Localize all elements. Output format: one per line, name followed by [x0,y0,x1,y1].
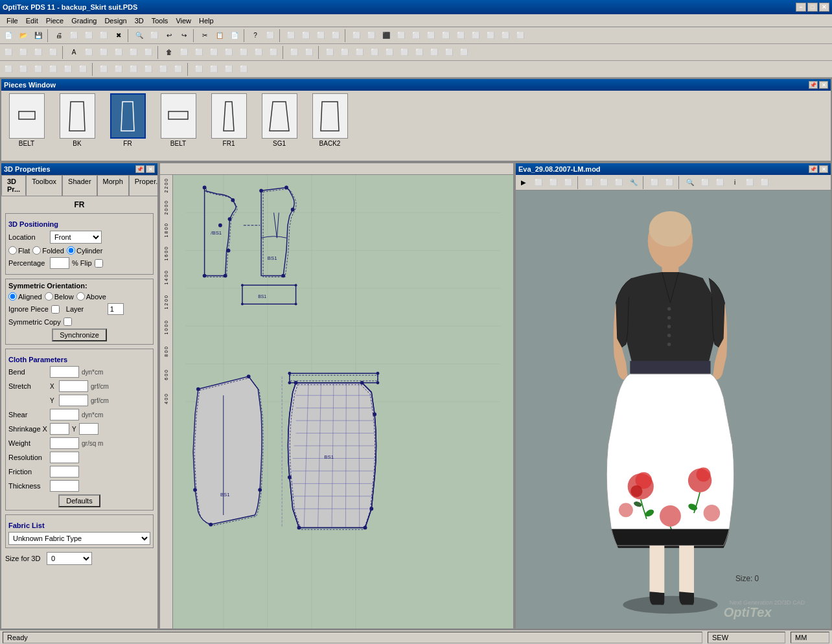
location-select[interactable]: Front Back Left Right [50,231,102,244]
m-t9[interactable]: ⬜ [647,176,662,190]
t2-30[interactable]: ⬜ [457,45,471,60]
aligned-radio[interactable] [8,292,17,301]
tool26[interactable]: ⬜ [454,29,468,43]
t2-14[interactable]: ⬜ [207,45,221,60]
print2-btn[interactable]: ⬜ [67,29,81,43]
tab-shader[interactable]: Shader [62,175,97,196]
piece-thumb-belt1[interactable] [9,93,45,139]
bend-input[interactable]: 500 [50,366,79,378]
model-close-btn[interactable]: ✕ [819,165,828,173]
t2-26[interactable]: ⬜ [397,45,411,60]
m-t5[interactable]: ⬜ [582,176,596,190]
weight-input[interactable]: 180 [50,437,79,449]
t2-15[interactable]: ⬜ [222,45,236,60]
print-btn[interactable]: 🖨 [52,29,66,43]
piece-item-fr1[interactable]: FR1 [206,93,251,158]
tool27[interactable]: ⬜ [468,29,483,43]
piece-thumb-back2[interactable] [312,93,348,139]
tool16[interactable]: ⬜ [299,29,313,43]
stretch-x-input[interactable]: 1000 [59,380,88,392]
t2-28[interactable]: ⬜ [427,45,441,60]
tool24[interactable]: ⬜ [424,29,438,43]
m-t14[interactable]: i [728,176,742,190]
t3-13[interactable]: ⬜ [192,62,206,76]
t3-1[interactable]: ⬜ [1,62,16,76]
flat-radio-label[interactable]: Flat [8,246,30,255]
t2-5[interactable]: A [67,45,81,60]
piece-item-fr[interactable]: FR [105,93,150,158]
shear-input[interactable]: 300 [50,409,79,420]
t3-14[interactable]: ⬜ [207,62,221,76]
t3-12[interactable]: ⬜ [171,62,185,76]
tool21[interactable]: ⬛ [379,29,393,43]
m-t12[interactable]: ⬜ [698,176,712,190]
t3-15[interactable]: ⬜ [222,62,236,76]
m-t6[interactable]: ⬜ [597,176,611,190]
model-pin-btn[interactable]: 📌 [809,165,818,173]
t2-19[interactable]: ⬜ [287,45,301,60]
menu-edit[interactable]: Edit [22,16,42,26]
tool14[interactable]: ⬜ [263,29,277,43]
below-radio-label[interactable]: Below [45,292,74,301]
t2-7[interactable]: ⬜ [97,45,111,60]
tool5[interactable]: ✖ [111,29,126,43]
m-t16[interactable]: ⬜ [757,176,772,190]
t3-6[interactable]: ⬜ [76,62,90,76]
menu-piece[interactable]: Piece [42,16,68,26]
t2-12[interactable]: ⬜ [177,45,191,60]
t3-10[interactable]: ⬜ [141,62,156,76]
t3-5[interactable]: ⬜ [61,62,75,76]
t2-27[interactable]: ⬜ [412,45,426,60]
piece-thumb-bk[interactable] [60,93,95,139]
tool29[interactable]: ⬜ [498,29,513,43]
tool22[interactable]: ⬜ [394,29,408,43]
piece-item-back2[interactable]: BACK2 [307,93,352,158]
aligned-radio-label[interactable]: Aligned [8,292,42,301]
shrinkage-x-input[interactable]: 0 [50,423,69,435]
piece-item-belt1[interactable]: BELT [4,93,49,158]
above-radio[interactable] [76,292,85,301]
new-btn[interactable]: 📄 [1,29,16,43]
properties-pin-btn[interactable]: 📌 [135,165,144,173]
tool8[interactable]: ↩ [162,29,176,43]
m-t7[interactable]: ⬜ [612,176,626,190]
tool25[interactable]: ⬜ [439,29,453,43]
menu-grading[interactable]: Grading [67,16,100,26]
t2-18[interactable]: ⬜ [266,45,281,60]
t2-1[interactable]: ⬜ [1,45,16,60]
tool4[interactable]: ⬜ [97,29,111,43]
t3-2[interactable]: ⬜ [16,62,30,76]
menu-view[interactable]: View [172,16,195,26]
t2-4[interactable]: ⬜ [46,45,60,60]
tool3[interactable]: ⬜ [82,29,96,43]
t2-2[interactable]: ⬜ [16,45,30,60]
tool15[interactable]: ⬜ [284,29,298,43]
flip-checkbox[interactable] [95,259,103,268]
m-t11[interactable]: 🔍 [683,176,697,190]
synchronize-button[interactable]: Synchronize [52,328,107,341]
piece-item-belt2[interactable]: BELT [156,93,201,158]
cylinder-radio-label[interactable]: Cylinder [67,246,102,255]
t3-7[interactable]: ⬜ [97,62,111,76]
piece-thumb-sg1[interactable] [262,93,297,139]
m-t8[interactable]: 🔧 [627,176,641,190]
defaults-button[interactable]: Defaults [58,494,100,507]
t3-4[interactable]: ⬜ [46,62,60,76]
thickness-input[interactable]: 0.05 [50,480,79,492]
piece-thumb-fr[interactable] [110,93,146,139]
m-t10[interactable]: ⬜ [662,176,676,190]
t3-3[interactable]: ⬜ [31,62,45,76]
t2-11[interactable]: 🗑 [162,45,176,60]
below-radio[interactable] [45,292,53,301]
menu-tools[interactable]: Tools [148,16,172,26]
t2-3[interactable]: ⬜ [31,45,45,60]
t3-16[interactable]: ⬜ [237,62,251,76]
resolution-input[interactable]: 1 [50,452,79,463]
t2-29[interactable]: ⬜ [442,45,456,60]
piece-thumb-fr1[interactable] [211,93,247,139]
m-t1[interactable]: ▶ [516,176,531,190]
menu-help[interactable]: Help [195,16,218,26]
close-button[interactable]: ✕ [819,3,829,12]
properties-close-btn[interactable]: ✕ [146,165,155,173]
folded-radio-label[interactable]: Folded [32,246,64,255]
